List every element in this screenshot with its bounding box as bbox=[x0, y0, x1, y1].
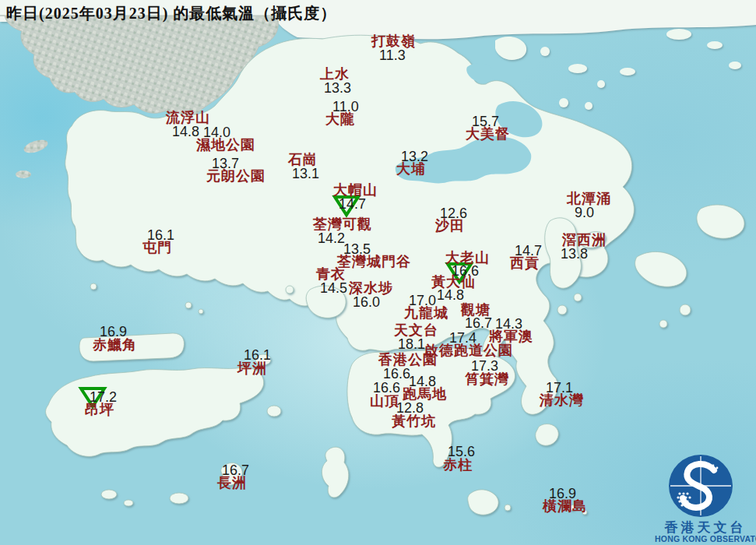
station-name: 啟德跑道公園 bbox=[424, 343, 513, 357]
station-temperature-value: 14.5 bbox=[320, 281, 347, 295]
station-name: 大美督 bbox=[466, 127, 510, 141]
station-temperature-value: 14.2 bbox=[318, 231, 345, 245]
station-name: 滘西洲 bbox=[562, 233, 607, 247]
station-temperature-value: 13.1 bbox=[292, 167, 319, 181]
station-name: 青衣 bbox=[316, 267, 346, 281]
station-name: 香港公園 bbox=[378, 353, 438, 367]
station-temperature-value: 11.3 bbox=[379, 48, 406, 62]
station-name: 元朗公園 bbox=[206, 169, 265, 183]
station-name: 上水 bbox=[320, 67, 350, 81]
station-name: 清水灣 bbox=[540, 393, 584, 407]
station-temperature-value: 13.3 bbox=[324, 81, 351, 95]
station-name: 山頂 bbox=[370, 394, 399, 408]
station-temperature-value: 16.6 bbox=[383, 367, 410, 381]
station-temperature-value: 13.8 bbox=[561, 247, 588, 261]
station-temperature-value: 16.0 bbox=[353, 295, 380, 309]
station-name: 石崗 bbox=[288, 153, 318, 167]
station-name: 筲箕灣 bbox=[465, 372, 509, 386]
station-name: 黃大仙 bbox=[431, 275, 476, 289]
station-name: 流浮山 bbox=[166, 111, 210, 125]
station-name: 黃竹坑 bbox=[392, 414, 436, 428]
hko-min-temp-map: 昨日(2025年03月23日) 的最低氣溫（攝氏度） 11.3 打鼓嶺 13.3… bbox=[0, 0, 756, 545]
station-temperature-value: 14.8 bbox=[172, 125, 199, 139]
station-name: 沙田 bbox=[435, 219, 465, 233]
station-name: 大隴 bbox=[325, 112, 355, 126]
station-name: 昂坪 bbox=[85, 403, 114, 417]
station-name: 大埔 bbox=[396, 162, 426, 176]
station-name: 濕地公園 bbox=[196, 138, 255, 152]
station-name: 荃灣可觀 bbox=[313, 217, 372, 231]
station-name: 北潭涌 bbox=[567, 192, 611, 206]
station-name: 深水埗 bbox=[349, 281, 393, 295]
station-name: 天文台 bbox=[394, 323, 438, 337]
hko-logo-english-text: HONG KONG OBSERVATORY bbox=[655, 534, 756, 543]
station-temperature-value: 14.7 bbox=[339, 197, 366, 211]
station-name: 九龍城 bbox=[404, 306, 448, 320]
station-name: 觀塘 bbox=[461, 303, 491, 317]
station-name: 大帽山 bbox=[333, 183, 378, 197]
station-name: 將軍澳 bbox=[489, 329, 533, 343]
hko-logo-icon bbox=[655, 447, 756, 522]
station-name: 跑馬地 bbox=[403, 387, 447, 401]
station-temperature-value: 18.1 bbox=[398, 337, 425, 351]
station-temperature-value: 16.7 bbox=[465, 316, 492, 330]
station-name: 荃灣城門谷 bbox=[337, 255, 411, 269]
station-name: 西貢 bbox=[510, 256, 540, 270]
station-temperature-value: 14.8 bbox=[437, 288, 464, 302]
station-name: 坪洲 bbox=[237, 361, 267, 375]
station-name: 橫瀾島 bbox=[543, 499, 587, 513]
station-name: 赤柱 bbox=[443, 458, 473, 472]
station-name: 屯門 bbox=[142, 241, 172, 255]
station-name: 長洲 bbox=[217, 476, 247, 490]
station-name: 赤鱲角 bbox=[93, 338, 137, 352]
hko-logo: 香港天文台 HONG KONG OBSERVATORY bbox=[655, 447, 756, 545]
station-temperature-value: 9.0 bbox=[575, 206, 594, 220]
map-title: 昨日(2025年03月23日) 的最低氣溫（攝氏度） bbox=[6, 3, 336, 24]
station-name: 大老山 bbox=[445, 251, 490, 265]
station-name: 打鼓嶺 bbox=[371, 34, 416, 48]
hong-kong-map-graphic bbox=[0, 0, 756, 545]
